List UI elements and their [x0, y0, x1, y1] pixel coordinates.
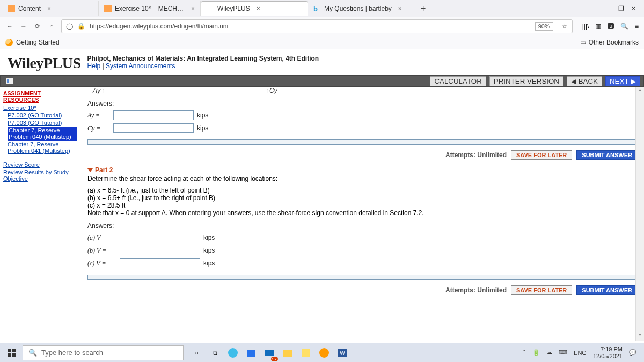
ublock-icon[interactable]: u	[608, 23, 614, 29]
input-vb[interactable]	[120, 246, 200, 255]
tab-content[interactable]: Content ×	[2, 1, 99, 16]
cloud-icon[interactable]: ☁	[546, 349, 552, 356]
answer-row-cy: Cy = kips	[87, 123, 638, 133]
home-icon[interactable]: ⌂	[47, 22, 56, 31]
submit-answer-button[interactable]: SUBMIT ANSWER	[576, 150, 638, 160]
scroll-down-icon[interactable]: ˅	[636, 332, 644, 341]
calculator-button[interactable]: CALCULATOR	[430, 76, 486, 86]
tab-label: My Questions | bartleby	[324, 5, 392, 12]
explorer-icon[interactable]	[280, 345, 295, 360]
clock[interactable]: 7:19 PM 12/05/2021	[593, 346, 623, 359]
sidebar-icon[interactable]: ▥	[595, 23, 601, 30]
next-button[interactable]: NEXT ▶	[605, 76, 640, 86]
sidebar-header: ASSIGNMENT RESOURCES	[3, 90, 77, 103]
save-for-later-button[interactable]: SAVE FOR LATER	[511, 150, 572, 160]
tab-wileyplus[interactable]: WileyPLUS ×	[201, 1, 308, 16]
notifications-icon[interactable]: 💬	[629, 349, 636, 356]
collapse-sidebar-button[interactable]	[4, 78, 13, 84]
sidebar-item-ch7-041[interactable]: Chapter 7, Reserve Problem 041 (Multiste…	[3, 141, 77, 154]
word-icon[interactable]: W	[335, 345, 350, 360]
unit-vb: kips	[203, 247, 215, 254]
library-icon[interactable]: |||\	[582, 23, 589, 30]
keyboard-icon[interactable]: ⌨	[559, 349, 567, 356]
chevron-down-icon	[87, 168, 93, 172]
tab-exercise[interactable]: Exercise 10* – MECHANICS OF M ×	[99, 1, 201, 16]
address-bar[interactable]: ◯ 🔒 https://edugen.wileyplus.com/edugen/…	[61, 19, 573, 33]
firefox-icon[interactable]	[317, 345, 332, 360]
firefox-icon	[5, 39, 13, 46]
minimize-icon[interactable]: —	[604, 5, 611, 12]
unit-va: kips	[203, 234, 215, 241]
bookmark-getting-started[interactable]: Getting Started	[5, 39, 60, 46]
tray-chevron-icon[interactable]: ˄	[523, 349, 526, 356]
tab-bartleby[interactable]: b My Questions | bartleby ×	[308, 1, 415, 16]
label-ay: Ay ↑	[93, 87, 105, 95]
close-icon[interactable]: ×	[191, 5, 195, 12]
tab-favicon	[207, 5, 214, 12]
review-score-link[interactable]: Review Score	[3, 161, 77, 168]
store-icon[interactable]	[244, 345, 259, 360]
input-vc[interactable]	[120, 258, 200, 268]
tab-label: Exercise 10* – MECHANICS OF M	[115, 5, 185, 12]
close-icon[interactable]: ×	[398, 5, 402, 12]
input-va[interactable]	[120, 233, 200, 242]
note-icon[interactable]	[298, 345, 313, 360]
part2-section: Part 2 Determine the shear force acting …	[87, 166, 638, 295]
sidebar-item-p7002[interactable]: P7.002 (GO Tutorial)	[3, 112, 77, 119]
svg-rect-1	[247, 350, 255, 357]
browser-nav-bar: ← → ⟳ ⌂ ◯ 🔒 https://edugen.wileyplus.com…	[0, 17, 644, 35]
window-close-icon[interactable]: ×	[632, 5, 635, 12]
svg-point-0	[228, 348, 238, 358]
part2-intro: Determine the shear force acting at each…	[87, 175, 638, 182]
scroll-up-icon[interactable]: ˄	[636, 87, 644, 95]
input-cy[interactable]	[113, 123, 194, 133]
course-title: Philpot, Mechanics of Materials: An Inte…	[87, 55, 319, 62]
answer-row-vb: (b) V = kips	[87, 246, 638, 255]
unit-ay: kips	[197, 112, 208, 119]
part2-header[interactable]: Part 2	[87, 166, 638, 174]
close-icon[interactable]: ×	[257, 5, 260, 12]
mail-icon[interactable]: 97	[262, 345, 277, 360]
input-ay[interactable]	[113, 110, 194, 120]
maximize-icon[interactable]: ❐	[618, 5, 624, 12]
reload-icon[interactable]: ⟳	[33, 22, 42, 31]
sidebar-item-ch7-040[interactable]: Chapter 7, Reserve Problem 040 (Multiste…	[8, 127, 77, 141]
close-icon[interactable]: ×	[47, 5, 51, 12]
progress-bar	[87, 139, 638, 145]
zoom-badge[interactable]: 90%	[535, 22, 553, 31]
scrollbar[interactable]: ˄ ˅	[635, 87, 644, 341]
task-view-icon[interactable]: ⧉	[207, 345, 222, 360]
announcements-link[interactable]: System Announcements	[106, 62, 175, 70]
edge-icon[interactable]	[225, 345, 240, 360]
language-indicator[interactable]: ENG	[574, 350, 587, 356]
review-results-link[interactable]: Review Results by Study Objective	[3, 168, 77, 182]
star-icon[interactable]: ☆	[562, 23, 568, 30]
battery-icon[interactable]: 🔋	[532, 349, 540, 356]
new-tab-button[interactable]: +	[415, 4, 431, 13]
system-tray: ˄ 🔋 ☁ ⌨ ENG 7:19 PM 12/05/2021 💬	[523, 346, 642, 359]
cortana-icon[interactable]: ○	[189, 345, 204, 360]
back-button[interactable]: ◀ BACK	[567, 76, 602, 86]
label-cy: ↑Cy	[266, 87, 277, 95]
sidebar-item-exercise[interactable]: Exercise 10*	[3, 104, 77, 112]
toolbar-right: |||\ ▥ u 🔍 ≡	[578, 23, 639, 30]
help-link[interactable]: Help	[87, 62, 101, 70]
course-subtitle: Philpot, Mechanics of Materials: An Inte…	[87, 55, 319, 70]
submit-answer-button[interactable]: SUBMIT ANSWER	[576, 285, 638, 295]
save-for-later-button[interactable]: SAVE FOR LATER	[511, 285, 572, 295]
printer-button[interactable]: PRINTER VERSION	[489, 76, 564, 86]
bookmark-other[interactable]: ▭ Other Bookmarks	[580, 39, 639, 46]
search-icon[interactable]: 🔍	[620, 23, 628, 30]
svg-rect-3	[283, 350, 292, 357]
taskbar-search[interactable]: 🔍 Type here to search	[23, 345, 184, 360]
start-button[interactable]	[2, 345, 20, 360]
sidebar-item-p7003[interactable]: P7.003 (GO Tutorial)	[3, 119, 77, 127]
label-cy-eq: Cy =	[87, 124, 110, 132]
answer-row-ay: Ay = kips	[87, 110, 638, 120]
attempts-text: Attempts: Unlimited	[445, 151, 507, 159]
bookmarks-bar: Getting Started ▭ Other Bookmarks	[0, 35, 644, 49]
task-icons: ○ ⧉ 97 W	[186, 345, 350, 360]
menu-icon[interactable]: ≡	[635, 23, 639, 30]
forward-icon[interactable]: →	[19, 22, 28, 31]
back-icon[interactable]: ←	[5, 22, 14, 31]
